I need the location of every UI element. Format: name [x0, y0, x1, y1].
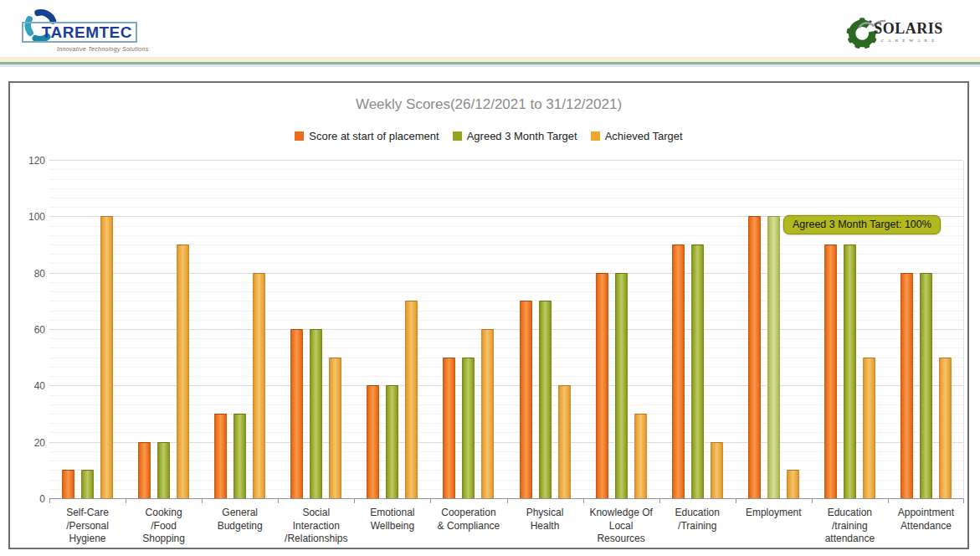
bar-c6-s2[interactable]: [558, 385, 571, 498]
y-tick-label-100: 100: [15, 211, 45, 223]
solaris-subtext: C A R E W A R E: [869, 39, 948, 43]
x-tick-3: [278, 499, 279, 503]
chart-panel: Weekly Scores(26/12/2021 to 31/12/2021) …: [8, 81, 969, 549]
bar-c1-s0[interactable]: [138, 442, 151, 498]
x-category-label-0: Self-Care /Personal Hygiene: [49, 507, 126, 546]
bar-c11-s1[interactable]: [920, 273, 932, 498]
x-tick-6: [507, 499, 508, 503]
bar-c3-s2[interactable]: [329, 358, 341, 498]
page: { "header": { "taremtec": { "name": "TAR…: [0, 0, 980, 556]
x-tick-0: [49, 499, 50, 503]
bar-c2-s0[interactable]: [214, 414, 227, 498]
x-category-label-4: Emotional Wellbeing: [354, 507, 430, 546]
x-category-label-3: Social Interaction /Relationships: [278, 507, 354, 546]
bar-group-2: [202, 160, 278, 498]
bar-c8-s0[interactable]: [672, 245, 685, 498]
x-category-label-8: Education /Training: [659, 507, 736, 546]
bar-c9-s0[interactable]: [748, 216, 761, 498]
x-tick-2: [202, 499, 203, 503]
x-tick-12: [963, 499, 964, 503]
bar-group-0: [49, 160, 126, 498]
bar-c11-s0[interactable]: [900, 273, 913, 498]
legend-swatch-icon: [295, 131, 304, 141]
bar-c6-s0[interactable]: [520, 301, 532, 498]
bar-c5-s1[interactable]: [462, 358, 475, 498]
bar-c6-s1[interactable]: [539, 301, 552, 498]
bar-c4-s2[interactable]: [405, 301, 418, 498]
bar-group-3: [278, 160, 354, 498]
bar-c8-s1[interactable]: [691, 245, 704, 498]
bar-group-10: [812, 160, 888, 498]
x-tick-9: [736, 499, 736, 503]
solaris-wordmark: SOLARIS: [869, 20, 948, 38]
bar-c2-s2[interactable]: [253, 273, 265, 498]
y-tick-label-120: 120: [15, 155, 45, 167]
taremtec-wordmark: TAREMTEC: [42, 23, 132, 42]
y-tick-label-0: 0: [15, 493, 45, 505]
bar-c5-s0[interactable]: [443, 358, 455, 498]
bar-c0-s0[interactable]: [62, 470, 74, 498]
x-tick-10: [812, 499, 813, 503]
legend-label: Agreed 3 Month Target: [467, 130, 577, 142]
tooltip: Agreed 3 Month Target: 100%: [783, 215, 941, 234]
x-category-label-5: Cooperation & Compliance: [430, 507, 506, 546]
legend-item-0[interactable]: Score at start of placement: [295, 130, 439, 142]
bar-c3-s0[interactable]: [290, 329, 303, 498]
bar-c4-s1[interactable]: [386, 385, 398, 498]
bar-c9-s1[interactable]: [767, 216, 780, 498]
bar-group-5: [430, 160, 506, 498]
bar-c8-s2[interactable]: [711, 442, 723, 498]
solaris-logo: SOLARIS C A R E W A R E: [842, 7, 951, 55]
bar-c7-s1[interactable]: [615, 273, 628, 498]
bar-group-1: [126, 160, 202, 498]
y-tick-label-40: 40: [15, 380, 45, 392]
bar-group-8: [659, 160, 736, 498]
x-category-label-7: Knowledge Of Local Resources: [583, 507, 659, 546]
bar-c5-s2[interactable]: [481, 329, 494, 498]
x-tick-8: [659, 499, 660, 503]
legend-item-2[interactable]: Achieved Target: [591, 130, 683, 142]
bar-c7-s2[interactable]: [634, 414, 647, 498]
y-axis-labels: 020406080100120: [15, 161, 45, 499]
legend-label: Score at start of placement: [309, 130, 439, 142]
bar-group-4: [354, 160, 430, 498]
plot-area: [49, 161, 964, 499]
chart-legend: Score at start of placementAgreed 3 Mont…: [10, 130, 967, 142]
bar-c0-s1[interactable]: [81, 470, 94, 498]
bar-c9-s2[interactable]: [787, 470, 799, 498]
bar-c10-s2[interactable]: [863, 358, 875, 498]
x-tick-1: [126, 499, 126, 503]
bar-c2-s1[interactable]: [233, 414, 246, 498]
legend-swatch-icon: [591, 131, 600, 141]
bar-c10-s0[interactable]: [824, 245, 837, 498]
x-category-label-9: Employment: [736, 507, 812, 546]
header-divider: [0, 57, 980, 67]
solaris-wordmark-block: SOLARIS C A R E W A R E: [869, 20, 948, 43]
y-tick-label-80: 80: [15, 268, 45, 280]
x-tick-4: [354, 499, 355, 503]
bar-c10-s1[interactable]: [844, 245, 856, 498]
x-axis-labels: Self-Care /Personal HygieneCooking /Food…: [49, 507, 964, 546]
bar-c0-s2[interactable]: [100, 216, 113, 498]
bar-group-11: [888, 160, 964, 498]
x-category-label-11: Appointment Attendance: [888, 507, 964, 546]
bar-c11-s2[interactable]: [939, 358, 952, 498]
legend-item-1[interactable]: Agreed 3 Month Target: [453, 130, 577, 142]
taremtec-logo: TAREMTEC Innovative Technology Solutions: [20, 7, 162, 54]
legend-label: Achieved Target: [605, 130, 683, 142]
x-category-label-1: Cooking /Food Shopping: [126, 507, 202, 546]
bar-c4-s0[interactable]: [367, 385, 379, 498]
y-tick-label-60: 60: [15, 324, 45, 336]
x-category-label-2: General Budgeting: [202, 507, 278, 546]
bar-c7-s0[interactable]: [596, 273, 608, 498]
bar-c1-s1[interactable]: [157, 442, 170, 498]
chart-title: Weekly Scores(26/12/2021 to 31/12/2021): [10, 96, 967, 113]
y-tick-label-20: 20: [15, 437, 45, 449]
bar-c1-s2[interactable]: [177, 245, 189, 498]
bar-c3-s1[interactable]: [310, 329, 322, 498]
header: TAREMTEC Innovative Technology Solutions…: [0, 0, 980, 57]
bar-group-6: [507, 160, 583, 498]
bar-group-7: [583, 160, 659, 498]
x-tick-5: [430, 499, 431, 503]
legend-swatch-icon: [453, 131, 462, 141]
